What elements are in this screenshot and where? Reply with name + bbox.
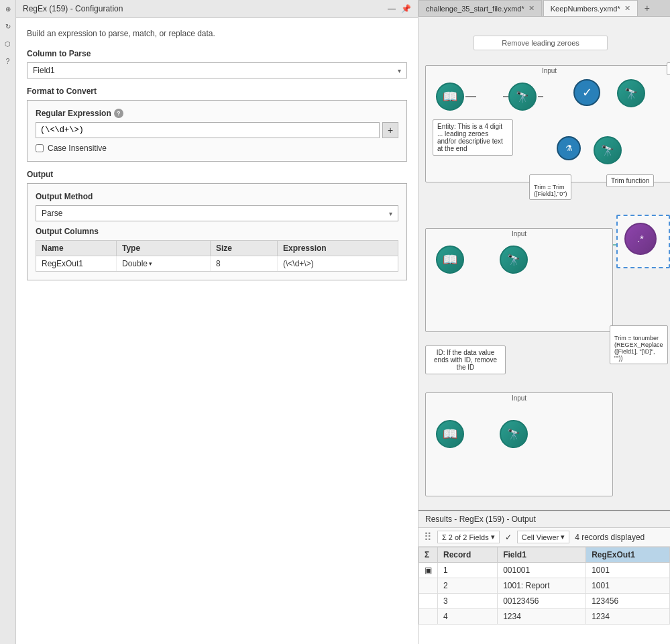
minimize-icon[interactable]: — bbox=[388, 4, 396, 13]
output-method-label: Output Method bbox=[36, 192, 398, 201]
tab-challenge[interactable]: challenge_35_start_file.yxmd* ✕ bbox=[418, 0, 542, 16]
check-icon-1: ✓ bbox=[573, 79, 600, 106]
result-row-3: 3 00123456 123456 bbox=[419, 594, 670, 609]
sigma-icon-2: Σ bbox=[425, 550, 429, 559]
tab-add-button[interactable]: + bbox=[639, 0, 655, 16]
pin-icon[interactable]: 📌 bbox=[401, 4, 411, 13]
format-to-convert-label: Format to Convert bbox=[27, 87, 407, 96]
col-header-regexout1: RegExOut1 bbox=[586, 547, 670, 563]
formula-icon-1: ⚗ bbox=[557, 136, 581, 160]
cell-viewer-text: Cell Viewer bbox=[522, 533, 559, 541]
trim-function-text: Trim function bbox=[611, 177, 649, 184]
canvas-area: Remove leading zeroes Input 📖 🔭 ✓ bbox=[418, 17, 670, 510]
fields-count-text: 2 of 2 Fields bbox=[449, 533, 489, 541]
binoculars-icon-4: 🔭 bbox=[500, 246, 528, 274]
id-label-text: ID: If the data value ends with ID, remo… bbox=[434, 349, 497, 371]
row1-record: 1 bbox=[438, 563, 498, 578]
trim-label-2: Trim = tonumber (REGEX_Replace ([Field1]… bbox=[610, 325, 668, 364]
regex-input[interactable] bbox=[36, 122, 380, 138]
book-icon-3: 📖 bbox=[436, 420, 464, 448]
results-panel: Results - RegEx (159) - Output ⠿ Σ 2 of … bbox=[418, 510, 670, 644]
output-columns-table: Name Type Size Expression RegExOut1 Doub… bbox=[36, 240, 398, 272]
checkmark-icon: ✓ bbox=[505, 533, 512, 542]
col-header-record: Record bbox=[438, 547, 498, 563]
output-method-value: Parse bbox=[42, 209, 62, 218]
sidebar-icon-2[interactable]: ↻ bbox=[2, 20, 14, 32]
result-row-4: 4 1234 1234 bbox=[419, 609, 670, 625]
remove-leading-box: Remove leading zeroes bbox=[473, 36, 608, 50]
format-box: Regular Expression ? + Case Insensitive bbox=[27, 100, 407, 162]
trim-label-1: Trim = Trim ([Field1],"0") bbox=[529, 174, 571, 200]
group2-label: Input bbox=[426, 229, 612, 239]
output-label: Output bbox=[27, 170, 407, 179]
row3-regexout1: 123456 bbox=[586, 594, 670, 609]
node-group-2: Input 📖 🔭 bbox=[425, 228, 613, 332]
row1-icon: ▣ bbox=[419, 563, 438, 578]
row2-record: 2 bbox=[438, 578, 498, 594]
col-header-field1: Field1 bbox=[498, 547, 586, 563]
binoculars-icon-3: 🔭 bbox=[594, 136, 622, 164]
col-header-type: Type bbox=[117, 241, 211, 256]
type-arrow[interactable]: ▾ bbox=[149, 260, 152, 267]
row3-record: 3 bbox=[438, 594, 498, 609]
fields-button[interactable]: Σ 2 of 2 Fields ▾ bbox=[437, 531, 500, 543]
row2-regexout1: 1001 bbox=[586, 578, 670, 594]
result-row-2: 2 1001: Report 1001 bbox=[419, 578, 670, 594]
tab-challenge-label: challenge_35_start_file.yxmd* bbox=[426, 5, 524, 13]
output-section: Output Output Method Parse ▾ Output Colu… bbox=[27, 170, 407, 280]
binoculars-icon-2: 🔭 bbox=[617, 79, 645, 107]
remove-leading-text: Remove leading zeroes bbox=[502, 39, 579, 47]
config-header: RegEx (159) - Configuration — 📌 bbox=[16, 0, 418, 18]
binoculars-icon-1: 🔭 bbox=[508, 83, 537, 111]
row4-icon bbox=[419, 609, 438, 625]
config-content: Build an expression to parse, match, or … bbox=[16, 18, 418, 644]
config-panel: RegEx (159) - Configuration — 📌 Build an… bbox=[16, 0, 418, 644]
cell-expression: (\<\d+\>) bbox=[278, 256, 398, 271]
results-header-text: Results - RegEx (159) - Output bbox=[425, 515, 536, 524]
drag-handle[interactable]: ⠿ bbox=[424, 531, 432, 543]
results-header: Results - RegEx (159) - Output bbox=[418, 511, 670, 528]
output-method-dropdown[interactable]: Parse ▾ bbox=[36, 205, 398, 221]
tooltip-1: Entity: This is a 4 digit ... leading ze… bbox=[433, 119, 513, 156]
col-header-name: Name bbox=[36, 241, 117, 256]
row4-field1: 1234 bbox=[498, 609, 586, 625]
column-to-parse-dropdown[interactable]: Field1 ▾ bbox=[27, 62, 407, 78]
sidebar-icons: ⊕ ↻ ⬡ ? bbox=[0, 0, 16, 644]
cell-name: RegExOut1 bbox=[36, 256, 117, 271]
cell-type: Double ▾ bbox=[117, 256, 211, 271]
col-header-expression: Expression bbox=[278, 241, 398, 256]
case-insensitive-label: Case Insensitive bbox=[48, 144, 107, 153]
tab-bar: challenge_35_start_file.yxmd* ✕ KeepNumb… bbox=[418, 0, 670, 17]
row1-field1: 001001 bbox=[498, 563, 586, 578]
column-dropdown-arrow: ▾ bbox=[398, 67, 401, 74]
column-to-parse-value: Field1 bbox=[33, 66, 55, 75]
sidebar-icon-4[interactable]: ? bbox=[2, 55, 14, 67]
row3-icon bbox=[419, 594, 438, 609]
sidebar-icon-1[interactable]: ⊕ bbox=[2, 3, 14, 15]
tab-keepnumbers-close[interactable]: ✕ bbox=[624, 4, 630, 13]
tab-keepnumbers-label: KeepNumbers.yxmd* bbox=[551, 5, 620, 13]
sidebar-icon-3[interactable]: ⬡ bbox=[2, 38, 14, 50]
sigma-icon: Σ bbox=[442, 533, 447, 541]
row4-regexout1: 1234 bbox=[586, 609, 670, 625]
description-text: Build an expression to parse, match, or … bbox=[27, 29, 407, 38]
results-toolbar: ⠿ Σ 2 of 2 Fields ▾ ✓ Cell Viewer ▾ 4 re… bbox=[418, 528, 670, 547]
table-header: Name Type Size Expression bbox=[36, 241, 398, 256]
regex-label-text: Regular Expression bbox=[36, 109, 111, 118]
case-insensitive-checkbox[interactable] bbox=[36, 144, 44, 152]
viewer-dropdown-arrow: ▾ bbox=[561, 533, 565, 541]
book-icon-2: 📖 bbox=[436, 246, 464, 274]
type-value: Double bbox=[122, 259, 148, 268]
cell-viewer-button[interactable]: Cell Viewer ▾ bbox=[517, 531, 569, 543]
row2-field1: 1001: Report bbox=[498, 578, 586, 594]
tab-keepnumbers[interactable]: KeepNumbers.yxmd* ✕ bbox=[543, 0, 638, 16]
regex-input-row: + bbox=[36, 122, 398, 138]
regex-icon: .* bbox=[624, 223, 657, 255]
regex-plus-button[interactable]: + bbox=[382, 122, 398, 138]
output-columns-label: Output Columns bbox=[36, 227, 398, 236]
col-header-size: Size bbox=[211, 241, 278, 256]
case-insensitive-row: Case Insensitive bbox=[36, 144, 398, 153]
help-icon[interactable]: ? bbox=[114, 109, 123, 118]
tab-challenge-close[interactable]: ✕ bbox=[528, 4, 535, 13]
group1-label: Input bbox=[426, 66, 670, 76]
